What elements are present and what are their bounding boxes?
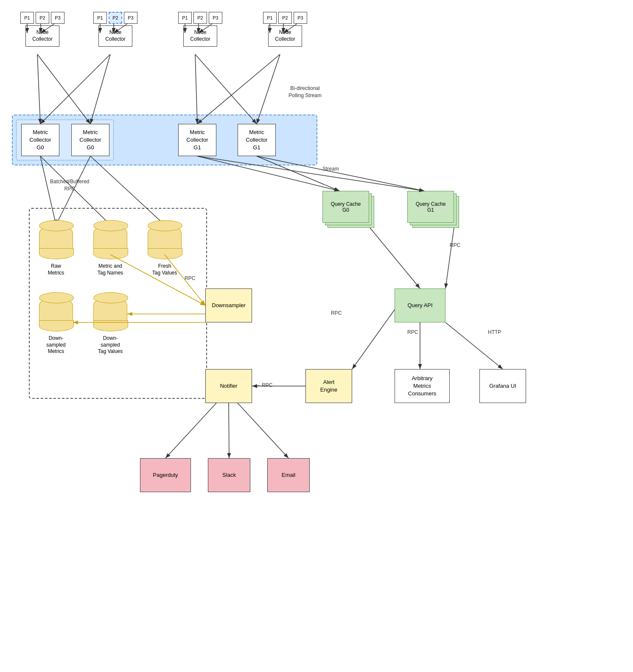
process-p2-2: P2	[109, 12, 122, 24]
node-collector-2: NodeCollector	[98, 25, 132, 47]
svg-line-41	[229, 403, 229, 458]
node-group-2: P1 P2 P3 NodeCollector	[93, 12, 137, 47]
grafana-ui-box: Grafana UI	[479, 369, 526, 403]
process-p2-1: P2	[36, 12, 49, 24]
process-p1-1: P1	[20, 12, 34, 24]
cylinder-raw-metrics: RawMetrics	[39, 225, 73, 276]
pagerduty-box: Pagerduty	[140, 458, 191, 492]
node-collector-3: NodeCollector	[183, 25, 217, 47]
process-p1-2: P1	[93, 12, 107, 24]
process-p1-4: P1	[263, 12, 277, 24]
http-label: HTTP	[488, 329, 501, 336]
svg-line-40	[165, 403, 216, 458]
node-collector-1: NodeCollector	[25, 25, 59, 47]
rpc-label-notifier: ←RPC	[257, 382, 272, 389]
rpc-label-qa-left: RPC	[331, 310, 342, 317]
rpc-label-qa-bottom: RPC	[407, 329, 418, 336]
svg-line-36	[352, 310, 395, 369]
downsampler-box: Downsampler	[205, 288, 252, 322]
metric-collector-g1-1: MetricCollectorG1	[178, 124, 216, 156]
query-api-box: Query API	[395, 288, 445, 322]
process-p3-3: P3	[209, 12, 222, 24]
svg-line-20	[197, 54, 280, 124]
svg-line-42	[238, 403, 288, 458]
node-group-3: P1 P2 P3 NodeCollector	[178, 12, 222, 47]
diagram-container: P1 P2 P3 NodeCollector P1 P2 P3 NodeColl…	[0, 0, 633, 672]
process-p3-4: P3	[294, 12, 307, 24]
svg-line-15	[37, 54, 90, 124]
process-p3-2: P3	[124, 12, 137, 24]
stream-label: Stream	[322, 165, 339, 173]
svg-line-17	[90, 54, 110, 124]
svg-line-18	[195, 54, 197, 124]
metric-collector-g0-1: MetricCollectorG0	[21, 124, 59, 156]
metric-collector-g0-2: MetricCollectorG0	[71, 124, 109, 156]
cylinder-metric-tag-names: Metric andTag Names	[93, 225, 127, 276]
email-box: Email	[267, 458, 310, 492]
cylinder-fresh-tag-values: FreshTag Values	[148, 225, 182, 276]
node-group-4: P1 P2 P3 NodeCollector	[263, 12, 307, 47]
node-group-1: P1 P2 P3 NodeCollector	[20, 12, 64, 47]
batched-rpc-label: Batched/BufferedRPC	[50, 178, 90, 193]
node-collector-4: NodeCollector	[268, 25, 302, 47]
rpc-label-qc: RPC	[450, 242, 460, 249]
svg-line-35	[445, 228, 454, 288]
svg-line-19	[195, 54, 257, 124]
svg-line-34	[370, 228, 420, 288]
slack-box: Slack	[208, 458, 250, 492]
alert-engine-box: AlertEngine	[305, 369, 352, 403]
metric-collector-g1-2: MetricCollectorG1	[238, 124, 276, 156]
svg-line-16	[40, 54, 110, 124]
svg-line-21	[257, 54, 280, 124]
bidirectional-label: Bi-directionalPolling Stream	[288, 85, 322, 99]
cylinder-downsampled-tag-values: Down-sampledTag Values	[93, 297, 127, 355]
process-p1-3: P1	[178, 12, 192, 24]
svg-line-14	[37, 54, 40, 124]
process-p2-4: P2	[278, 12, 292, 24]
process-p3-1: P3	[51, 12, 64, 24]
notifier-box: Notifier	[205, 369, 252, 403]
process-p2-3: P2	[193, 12, 207, 24]
cylinder-downsampled-metrics: Down-sampledMetrics	[39, 297, 73, 355]
arbitrary-metrics-box: ArbitraryMetricsConsumers	[395, 369, 450, 403]
